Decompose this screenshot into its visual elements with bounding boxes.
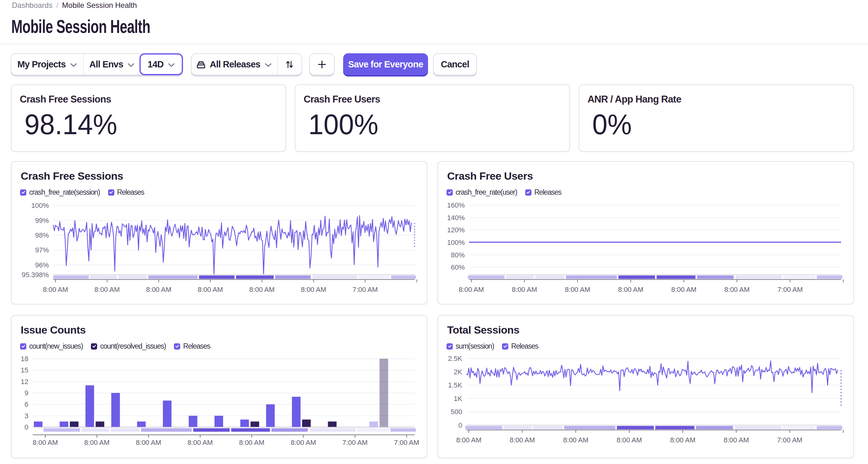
svg-text:7:00 AM: 7:00 AM	[352, 286, 378, 293]
svg-text:8:00 AM: 8:00 AM	[459, 286, 484, 293]
svg-text:100%: 100%	[31, 202, 49, 209]
svg-text:8:00 AM: 8:00 AM	[301, 286, 326, 293]
svg-text:7:00 AM: 7:00 AM	[777, 286, 803, 293]
svg-text:8:00 AM: 8:00 AM	[456, 436, 482, 444]
svg-text:8:00 AM: 8:00 AM	[618, 286, 643, 293]
svg-text:160%: 160%	[447, 201, 465, 209]
svg-text:8:00 AM: 8:00 AM	[563, 436, 588, 444]
svg-text:8:00 AM: 8:00 AM	[670, 436, 696, 444]
svg-text:7:00 AM: 7:00 AM	[342, 439, 368, 446]
svg-text:8:00 AM: 8:00 AM	[617, 436, 642, 444]
svg-text:60%: 60%	[451, 263, 465, 271]
svg-text:8:00 AM: 8:00 AM	[512, 286, 537, 293]
svg-text:8:00 AM: 8:00 AM	[187, 439, 213, 446]
svg-text:98%: 98%	[35, 231, 49, 239]
svg-text:8:00 AM: 8:00 AM	[239, 439, 265, 446]
svg-text:8:00 AM: 8:00 AM	[509, 436, 535, 444]
svg-text:15: 15	[21, 366, 28, 374]
svg-text:8:00 AM: 8:00 AM	[198, 286, 223, 293]
svg-text:100%: 100%	[447, 239, 465, 246]
svg-text:99%: 99%	[35, 216, 49, 225]
svg-text:95.398%: 95.398%	[22, 271, 49, 279]
svg-text:9: 9	[25, 389, 28, 397]
svg-text:8:00 AM: 8:00 AM	[723, 436, 749, 444]
svg-text:500: 500	[451, 408, 462, 416]
svg-text:7:00 AM: 7:00 AM	[777, 436, 803, 444]
svg-text:6: 6	[25, 400, 28, 408]
svg-text:97%: 97%	[35, 246, 49, 254]
svg-text:8:00 AM: 8:00 AM	[84, 439, 110, 446]
svg-text:8:00 AM: 8:00 AM	[671, 286, 696, 293]
svg-text:140%: 140%	[447, 214, 465, 222]
svg-text:18: 18	[21, 355, 28, 363]
svg-text:0: 0	[459, 422, 462, 429]
svg-text:12: 12	[21, 378, 28, 386]
svg-text:8:00 AM: 8:00 AM	[146, 286, 172, 293]
svg-text:8:00 AM: 8:00 AM	[249, 286, 275, 293]
svg-text:96%: 96%	[35, 261, 49, 269]
svg-text:120%: 120%	[447, 226, 465, 234]
svg-text:80%: 80%	[451, 251, 465, 259]
svg-text:8:00 AM: 8:00 AM	[43, 286, 68, 293]
svg-text:8:00 AM: 8:00 AM	[33, 439, 58, 446]
svg-text:8:00 AM: 8:00 AM	[291, 439, 316, 446]
svg-text:7:00 AM: 7:00 AM	[394, 439, 419, 446]
svg-text:2.5K: 2.5K	[448, 355, 463, 362]
svg-text:1K: 1K	[454, 395, 462, 403]
svg-text:8:00 AM: 8:00 AM	[724, 286, 750, 293]
svg-text:8:00 AM: 8:00 AM	[565, 286, 590, 293]
svg-text:8:00 AM: 8:00 AM	[136, 439, 161, 446]
svg-text:2K: 2K	[454, 368, 462, 376]
svg-text:1.5K: 1.5K	[448, 381, 463, 389]
svg-text:8:00 AM: 8:00 AM	[94, 286, 120, 293]
svg-text:0: 0	[25, 423, 28, 431]
svg-text:3: 3	[25, 412, 28, 420]
